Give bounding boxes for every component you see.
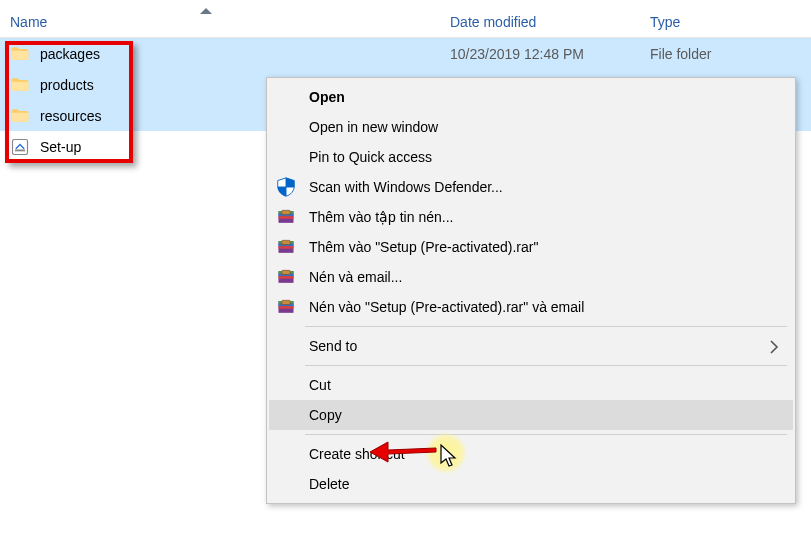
list-item[interactable]: packages 10/23/2019 12:48 PM File folder — [0, 38, 811, 69]
file-type: File folder — [650, 46, 711, 62]
svg-rect-21 — [282, 300, 290, 304]
column-date-header[interactable]: Date modified — [450, 14, 536, 30]
file-name: Set-up — [40, 139, 81, 155]
menu-create-shortcut[interactable]: Create shortcut — [269, 439, 793, 469]
menu-cut[interactable]: Cut — [269, 370, 793, 400]
menu-label: Open in new window — [275, 119, 438, 135]
winrar-icon — [275, 236, 297, 258]
menu-label: Thêm vào tập tin nén... — [305, 209, 453, 225]
menu-label: Delete — [275, 476, 349, 492]
file-name: packages — [40, 46, 100, 62]
svg-rect-0 — [13, 139, 28, 154]
menu-label: Create shortcut — [275, 446, 405, 462]
menu-scan-defender[interactable]: Scan with Windows Defender... — [269, 172, 793, 202]
menu-label: Nén và email... — [305, 269, 402, 285]
menu-label: Copy — [275, 407, 342, 423]
menu-label: Cut — [275, 377, 331, 393]
column-name-header[interactable]: Name — [10, 14, 47, 30]
menu-pin-quick-access[interactable]: Pin to Quick access — [269, 142, 793, 172]
menu-label: Send to — [275, 338, 357, 354]
svg-rect-1 — [15, 149, 25, 151]
column-type-header[interactable]: Type — [650, 14, 680, 30]
winrar-icon — [275, 266, 297, 288]
menu-separator — [305, 434, 787, 435]
menu-copy[interactable]: Copy — [269, 400, 793, 430]
menu-winrar-add[interactable]: Thêm vào tập tin nén... — [269, 202, 793, 232]
chevron-right-icon — [769, 340, 779, 357]
application-icon — [10, 137, 30, 157]
svg-rect-15 — [279, 276, 294, 279]
menu-label: Nén vào "Setup (Pre-activated).rar" và e… — [305, 299, 584, 315]
folder-icon — [10, 75, 30, 95]
file-name: products — [40, 77, 94, 93]
winrar-icon — [275, 296, 297, 318]
svg-rect-11 — [282, 240, 290, 244]
menu-winrar-email[interactable]: Nén và email... — [269, 262, 793, 292]
menu-winrar-email-named[interactable]: Nén vào "Setup (Pre-activated).rar" và e… — [269, 292, 793, 322]
winrar-icon — [275, 206, 297, 228]
menu-winrar-add-named[interactable]: Thêm vào "Setup (Pre-activated).rar" — [269, 232, 793, 262]
file-name: resources — [40, 108, 101, 124]
svg-rect-16 — [282, 270, 290, 274]
menu-open[interactable]: Open — [269, 82, 793, 112]
folder-icon — [10, 106, 30, 126]
menu-label: Pin to Quick access — [275, 149, 432, 165]
menu-label: Scan with Windows Defender... — [305, 179, 503, 195]
svg-rect-10 — [279, 246, 294, 249]
menu-open-new-window[interactable]: Open in new window — [269, 112, 793, 142]
folder-icon — [10, 44, 30, 64]
context-menu: Open Open in new window Pin to Quick acc… — [266, 77, 796, 504]
sort-ascending-icon — [200, 8, 212, 14]
svg-rect-6 — [282, 210, 290, 214]
shield-icon — [275, 176, 297, 198]
menu-delete[interactable]: Delete — [269, 469, 793, 499]
svg-rect-5 — [279, 216, 294, 219]
menu-separator — [305, 365, 787, 366]
menu-label: Thêm vào "Setup (Pre-activated).rar" — [305, 239, 538, 255]
menu-label: Open — [275, 89, 345, 105]
file-date: 10/23/2019 12:48 PM — [450, 46, 584, 62]
menu-separator — [305, 326, 787, 327]
menu-send-to[interactable]: Send to — [269, 331, 793, 361]
svg-rect-20 — [279, 306, 294, 309]
column-header-row: Name Date modified Type — [0, 0, 811, 38]
